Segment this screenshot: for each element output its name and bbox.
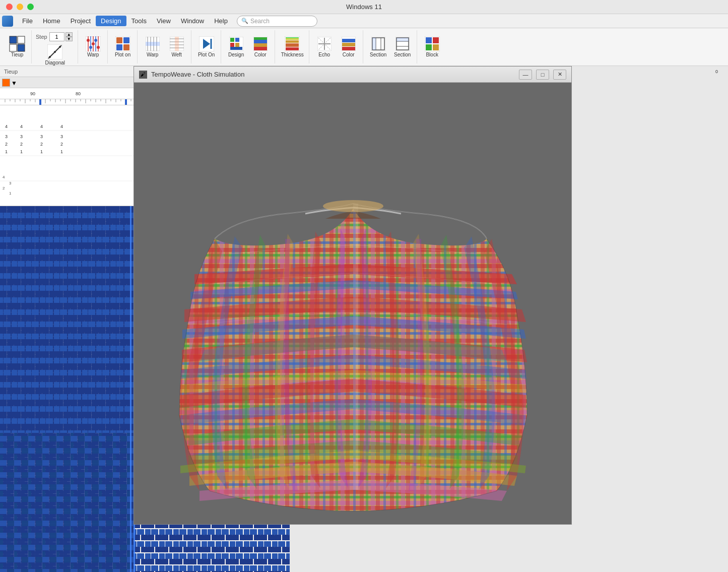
svg-rect-21 <box>116 37 122 43</box>
thickness-group: Thickness <box>276 30 309 63</box>
step-arrows[interactable]: ▲ ▼ <box>65 32 73 41</box>
tieup-label: Tieup <box>11 52 24 58</box>
svg-rect-41 <box>230 38 234 42</box>
menu-help[interactable]: Help <box>209 16 233 26</box>
thickness-icon <box>284 36 300 52</box>
warp-weft-group: Warp Weft <box>139 30 191 63</box>
svg-point-17 <box>97 46 100 49</box>
tieup-button[interactable]: Tieup <box>6 35 28 59</box>
echo-color-group: Echo Color <box>310 30 363 63</box>
svg-rect-107 <box>39 99 41 105</box>
section-button2[interactable]: Section <box>391 35 414 59</box>
cloth-sim-restore[interactable]: □ <box>536 70 549 80</box>
weft-button[interactable]: Weft <box>166 35 188 59</box>
close-button[interactable] <box>6 4 13 10</box>
color-swatch-row: ▼ <box>0 77 134 88</box>
svg-rect-45 <box>230 47 242 50</box>
thickness-label: Thickness <box>281 52 304 58</box>
thickness-button[interactable]: Thickness <box>279 35 306 59</box>
plot-on-label: Plot on <box>115 52 130 58</box>
svg-rect-44 <box>235 43 239 47</box>
menu-view[interactable]: View <box>152 16 176 26</box>
menu-file[interactable]: File <box>17 16 38 26</box>
section-button1[interactable]: Section <box>367 35 389 59</box>
cloth-shape <box>179 200 527 511</box>
svg-point-16 <box>92 42 95 45</box>
design-button[interactable]: Design <box>225 35 247 59</box>
step-value[interactable]: 1 <box>49 32 64 41</box>
svg-point-6 <box>49 56 51 58</box>
svg-rect-24 <box>123 44 129 50</box>
warp-button[interactable]: Warp <box>82 35 104 59</box>
ruler-num-80: 80 <box>76 91 81 96</box>
svg-text:2: 2 <box>3 186 5 190</box>
color2-label: Color <box>343 52 355 58</box>
svg-text:1: 1 <box>20 149 23 154</box>
cloth-sim-svg <box>134 83 571 524</box>
svg-rect-23 <box>116 44 122 50</box>
brick-pattern <box>0 206 134 572</box>
svg-point-7 <box>54 51 56 53</box>
echo-button[interactable]: Echo <box>313 35 336 59</box>
tieup-area: Tieup <box>0 66 134 77</box>
svg-text:1: 1 <box>9 191 12 196</box>
step-input[interactable]: 1 ▲ ▼ <box>49 32 75 41</box>
cloth-sim-minimize[interactable]: — <box>519 70 532 80</box>
svg-text:1: 1 <box>40 149 43 154</box>
menu-project[interactable]: Project <box>65 16 96 26</box>
vertical-accent <box>130 206 131 572</box>
cloth-canvas <box>134 83 571 524</box>
color-icon <box>252 36 269 52</box>
svg-rect-30 <box>146 42 160 46</box>
weft-label: Weft <box>171 52 181 58</box>
svg-rect-50 <box>254 37 267 40</box>
svg-rect-48 <box>254 43 267 47</box>
minimize-button[interactable] <box>17 4 23 10</box>
step-up-arrow[interactable]: ▲ <box>65 32 73 37</box>
menu-home[interactable]: Home <box>38 16 65 26</box>
warp-btn2-label: Warp <box>147 52 159 58</box>
left-ruler: 90 80 <box>0 88 134 99</box>
menu-window[interactable]: Window <box>176 16 209 26</box>
maximize-button[interactable] <box>27 4 34 10</box>
svg-rect-142 <box>0 433 134 572</box>
svg-text:4: 4 <box>3 175 5 179</box>
svg-point-18 <box>89 46 92 49</box>
plot-on2-button[interactable]: Plot On <box>195 35 218 59</box>
cloth-sim-app-icon: 🖌 <box>139 71 147 79</box>
section1-label: Section <box>370 52 386 58</box>
color-swatch-arrow: ▼ <box>11 80 17 86</box>
diagonal-button[interactable]: Diagonal <box>43 43 67 67</box>
app-icon <box>2 16 13 27</box>
color-button2[interactable]: Color <box>338 35 360 59</box>
color-button[interactable]: Color <box>249 35 272 59</box>
warp-label: Warp <box>87 52 99 58</box>
macos-window-controls[interactable] <box>6 4 34 10</box>
svg-point-19 <box>94 39 97 42</box>
svg-rect-22 <box>123 37 129 43</box>
menu-design[interactable]: Design <box>96 16 126 26</box>
design-label: Design <box>228 52 244 58</box>
os-title: Windows 11 <box>346 3 382 11</box>
svg-rect-78 <box>433 37 439 43</box>
svg-rect-36 <box>175 37 179 51</box>
macos-titlebar: Windows 11 <box>0 0 728 14</box>
cloth-sim-close[interactable]: ✕ <box>553 70 566 80</box>
svg-rect-47 <box>254 47 267 50</box>
search-bar[interactable]: 🔍 Search <box>237 16 317 27</box>
block-button[interactable]: Block <box>421 35 443 59</box>
warp-btn2[interactable]: Warp <box>142 35 164 59</box>
color-swatch-1[interactable] <box>2 79 10 87</box>
svg-rect-0 <box>10 36 17 43</box>
svg-rect-70 <box>372 38 376 50</box>
svg-rect-108 <box>125 99 127 105</box>
menu-tools[interactable]: Tools <box>126 16 152 26</box>
step-down-arrow[interactable]: ▼ <box>65 37 73 41</box>
svg-text:4: 4 <box>20 124 23 129</box>
svg-text:4: 4 <box>60 124 63 129</box>
svg-text:4: 4 <box>40 124 43 129</box>
plot-on2-icon <box>198 36 215 52</box>
search-placeholder: Search <box>250 18 270 25</box>
plot-on-button[interactable]: Plot on <box>112 35 134 59</box>
svg-rect-43 <box>230 43 234 47</box>
